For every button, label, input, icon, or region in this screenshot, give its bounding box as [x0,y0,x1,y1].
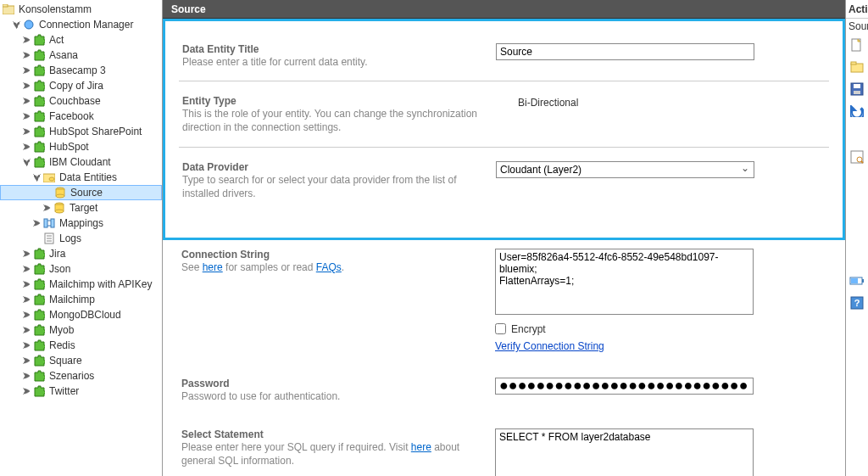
chevron-right-icon[interactable]: ⮞ [22,66,32,76]
section-entity-title: Data Entity Title Please enter a title f… [179,30,829,81]
tree-item[interactable]: ⮞HubSpot SharePoint [0,124,162,139]
tree-item-label: HubSpot [47,141,89,153]
chevron-right-icon[interactable]: ⮞ [22,36,32,45]
password-label: Password [181,378,478,389]
chevron-right-icon[interactable]: ⮞ [22,372,32,381]
chevron-down-icon[interactable]: ⮟ [32,173,42,182]
tree-source[interactable]: Source [0,185,162,200]
svg-rect-22 [851,62,856,64]
chevron-right-icon[interactable]: ⮞ [22,280,32,289]
entity-title-input[interactable] [496,43,754,60]
conn-string-desc: See here for samples or read FAQs. [181,260,478,274]
tree-item[interactable]: ⮞Json [0,261,162,277]
tree-item-label: Myob [47,324,74,336]
tree-item[interactable]: ⮞Twitter [0,384,162,399]
tree-item[interactable]: ⮞HubSpot [0,139,162,154]
help-icon[interactable]: ? [849,294,865,311]
main-panel: Source Data Entity Title Please enter a … [163,0,846,476]
chevron-right-icon[interactable]: ⮞ [22,81,32,91]
tree-item[interactable]: ⮞Couchbase [0,93,162,109]
select-stmt-label: Select Statement [181,428,478,440]
entity-type-label: Entity Type [182,95,479,107]
chevron-right-icon[interactable]: ⮞ [42,204,53,213]
barrel-icon [53,201,66,215]
chevron-right-icon[interactable]: ⮞ [22,249,32,259]
tree-item[interactable]: ⮞Mailchimp with APIKey [0,277,162,292]
tree-item-label: Copy of Jira [47,80,103,92]
properties-icon[interactable] [849,148,865,165]
password-desc: Password to use for authentication. [181,389,478,403]
tree-source-label: Source [69,187,103,199]
section-password: Password Password to use for authenticat… [178,364,830,415]
chevron-right-icon[interactable]: ⮞ [32,219,42,228]
actions-group-label: Source [846,19,868,34]
tree-root[interactable]: Konsolenstamm [0,2,162,17]
log-icon [42,232,56,245]
tree-item[interactable]: ⮞Copy of Jira [0,78,162,93]
tree-mappings[interactable]: ⮞ Mappings [0,216,162,231]
select-stmt-here-link[interactable]: here [411,441,431,453]
chevron-right-icon[interactable]: ⮞ [22,341,32,350]
main-header-title: Source [171,3,206,15]
tree-item[interactable]: ⮞MongoDBCloud [0,307,162,322]
data-provider-select[interactable] [496,161,754,178]
tree-item[interactable]: ⮞Mailchimp [0,292,162,307]
tree-item[interactable]: ⮞Act [0,32,162,48]
tree-target[interactable]: ⮞ Target [0,200,162,216]
tree-item[interactable]: ⮞Redis [0,338,162,353]
tree-item[interactable]: ⮞Szenarios [0,368,162,384]
chevron-right-icon[interactable]: ⮞ [22,265,32,274]
tree-item-label: Couchbase [47,95,101,107]
tree-item[interactable]: ⮞Square [0,353,162,368]
save-icon[interactable] [849,81,865,98]
select-stmt-textarea[interactable] [495,428,754,476]
entity-type-value: Bi-Directional [496,95,826,109]
tree-item[interactable]: ⮞Jira [0,246,162,261]
new-doc-icon[interactable] [849,36,865,53]
chevron-down-icon[interactable]: ⮟ [12,20,22,30]
chevron-right-icon[interactable]: ⮞ [22,51,32,60]
encrypt-checkbox-row[interactable]: Encrypt [495,323,826,335]
encrypt-label: Encrypt [511,323,546,335]
chevron-right-icon[interactable]: ⮞ [22,295,32,305]
section-select-statement: Select Statement Please enter here your … [178,415,830,476]
puzzle-icon [32,323,46,337]
entity-title-label: Data Entity Title [182,43,479,55]
chevron-right-icon[interactable]: ⮞ [22,311,32,320]
conn-string-faq-link[interactable]: FAQs [316,261,342,273]
chevron-right-icon[interactable]: ⮞ [22,387,32,396]
highlighted-region: Data Entity Title Please enter a title f… [163,19,845,240]
conn-string-here-link[interactable]: here [203,261,223,273]
encrypt-checkbox[interactable] [495,323,506,334]
undo-icon[interactable] [849,103,865,120]
chevron-down-icon[interactable]: ⮟ [22,158,32,167]
chevron-right-icon[interactable]: ⮞ [22,127,32,137]
chevron-right-icon[interactable]: ⮞ [22,356,32,366]
chevron-right-icon[interactable]: ⮞ [22,112,32,121]
tree-data-entities[interactable]: ⮟ Data Entities [0,170,162,185]
chevron-right-icon[interactable]: ⮞ [22,143,32,152]
data-provider-label: Data Provider [182,161,479,173]
chevron-right-icon[interactable]: ⮞ [22,97,32,106]
tree-item[interactable]: ⮞Myob [0,322,162,338]
battery-icon[interactable] [849,272,865,289]
tree-connection-manager[interactable]: ⮟ Connection Manager [0,17,162,32]
tree-item-label: Basecamp 3 [47,64,106,76]
tree-item[interactable]: ⮞Facebook [0,109,162,124]
tree-item-label: Jira [47,248,65,260]
tree-logs[interactable]: Logs [0,231,162,246]
conn-string-textarea[interactable] [495,249,754,315]
tree-mappings-label: Mappings [58,217,103,229]
svg-point-7 [56,194,64,198]
verify-conn-link[interactable]: Verify Connection String [495,340,826,352]
puzzle-icon [32,125,46,138]
tree-item[interactable]: ⮞Asana [0,48,162,63]
chevron-right-icon[interactable]: ⮞ [22,326,32,335]
tree-item[interactable]: ⮞Basecamp 3 [0,63,162,78]
puzzle-icon [32,155,46,169]
puzzle-icon [32,140,46,154]
tree-ibm-cloudant[interactable]: ⮟ IBM Cloudant [0,154,162,170]
conn-string-label: Connection String [181,249,478,260]
open-folder-icon[interactable] [849,59,865,76]
password-input[interactable] [495,378,754,395]
